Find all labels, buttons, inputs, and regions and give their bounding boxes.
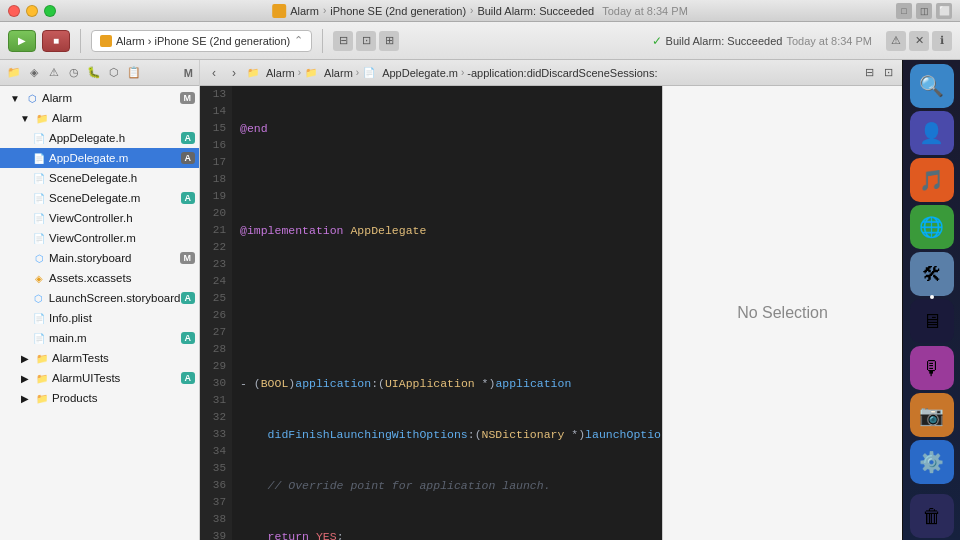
scheme-selector[interactable]: Alarm › iPhone SE (2nd generation) ⌃ [91,30,312,52]
main-area: 📁 ◈ ⚠ ◷ 🐛 ⬡ 📋 M ▼ ⬡ Alarm M ▼ 📁 Ala [0,60,960,540]
info-icon[interactable]: ℹ [932,31,952,51]
breadcrumb-file[interactable]: 📄 AppDelegate.m [362,66,458,80]
trash-dock-icon[interactable]: 🗑 [910,494,954,538]
file-icon-6: 📄 [32,231,46,245]
sidebar-item-appdelegate-m[interactable]: 📄 AppDelegate.m A [0,148,199,168]
scheme-chevron: ⌃ [294,34,303,47]
sidebar-item-main-m[interactable]: 📄 main.m A [0,328,199,348]
inspector-icon[interactable]: ⊞ [379,31,399,51]
title-sep1: › [323,5,326,16]
maximize-button[interactable] [44,5,56,17]
sidebar-report-icon[interactable]: 📋 [126,65,142,81]
line-numbers: 13 14 15 16 17 18 19 20 21 22 23 24 25 2… [200,86,232,540]
code-line-16 [240,273,654,290]
breadcrumb-alarm-2[interactable]: 📁 Alarm [304,66,353,80]
build-success-label: Build Alarm: Succeeded [666,35,783,47]
sidebar-item-alarm-group[interactable]: ▼ 📁 Alarm [0,108,199,128]
contacts-dock-icon[interactable]: 👤 [910,111,954,155]
finder-dock-icon[interactable]: 🔍 [910,64,954,108]
grid-btn[interactable]: ⊟ [862,65,877,80]
sidebar-debug-icon[interactable]: 🐛 [86,65,102,81]
badge-m-7: M [180,252,196,264]
chevron-right-icon: ▶ [18,351,32,365]
sidebar-item-assets[interactable]: ◈ Assets.xcassets [0,268,199,288]
file-label-5: ViewController.h [49,212,133,224]
code-line-18: - (BOOL)application:(UIApplication *)app… [240,375,654,392]
music-dock-icon[interactable]: 🎵 [910,158,954,202]
debug-icon[interactable]: ⊡ [356,31,376,51]
toolbar-right-icons: ⚠ ✕ ℹ [886,31,952,51]
breadcrumb-folder-icon-2: 📁 [304,66,318,80]
terminal-dock-icon[interactable]: 🖥 [910,299,954,343]
minimize-button[interactable] [26,5,38,17]
error-icon[interactable]: ✕ [909,31,929,51]
sidebar-item-alarm-root[interactable]: ▼ ⬡ Alarm M [0,88,199,108]
dock: 🔍 👤 🎵 🌐 🛠 🖥 🎙 📷 ⚙️ 🗑 [902,60,960,540]
breadcrumb-alarm[interactable]: 📁 Alarm [246,66,295,80]
sidebar-item-main-storyboard[interactable]: ⬡ Main.storyboard M [0,248,199,268]
warning-icon[interactable]: ⚠ [886,31,906,51]
back-button[interactable]: ‹ [206,65,222,81]
folder-icon-4: 📁 [35,391,49,405]
sidebar-folder-icon[interactable]: 📁 [6,65,22,81]
title-sep2: › [470,5,473,16]
timestamp: Today at 8:34 PM [602,5,688,17]
code-line-14 [240,171,654,188]
file-icon-1: 📄 [32,131,46,145]
settings-dock-icon[interactable]: ⚙️ [910,440,954,484]
file-icon-5: 📄 [32,211,46,225]
assets-icon: ◈ [32,271,46,285]
photos-dock-icon[interactable]: 📷 [910,393,954,437]
chevron-down-icon-2: ▼ [18,111,32,125]
safari-dock-icon[interactable]: 🌐 [910,205,954,249]
window-btn-1[interactable]: □ [896,3,912,19]
breadcrumb-label-4: -application:didDiscardSceneSessions: [467,67,657,79]
run-button[interactable]: ▶ [8,30,36,52]
file-icon-4: 📄 [32,191,46,205]
terminal-icon: 🖥 [922,310,942,333]
podcast-dock-icon[interactable]: 🎙 [910,346,954,390]
photos-icon: 📷 [919,403,944,427]
window-btn-3[interactable]: ⬜ [936,3,952,19]
stop-button[interactable]: ■ [42,30,70,52]
sidebar-warning-icon[interactable]: ⚠ [46,65,62,81]
build-status-title: Build Alarm: Succeeded [477,5,594,17]
code-content: @end @implementation AppDelegate - (BOOL… [232,86,662,540]
xcode-dock-icon[interactable]: 🛠 [910,252,954,296]
split-btn[interactable]: ⊡ [881,65,896,80]
sidebar-item-scenedelegate-h[interactable]: 📄 SceneDelegate.h [0,168,199,188]
file-icon-2: 📄 [32,151,46,165]
sidebar-item-info-plist[interactable]: 📄 Info.plist [0,308,199,328]
sidebar-item-viewcontroller-m[interactable]: 📄 ViewController.m [0,228,199,248]
window-btn-2[interactable]: ◫ [916,3,932,19]
badge-a-1: A [181,132,196,144]
sidebar-item-scenedelegate-m[interactable]: 📄 SceneDelegate.m A [0,188,199,208]
file-label-2: AppDelegate.m [49,152,128,164]
sidebar-breakpoint-icon[interactable]: ⬡ [106,65,122,81]
chevron-right-icon-3: ▶ [18,391,32,405]
sidebar-item-products[interactable]: ▶ 📁 Products [0,388,199,408]
file-label-9: LaunchScreen.storyboard [49,292,181,304]
sidebar-item-launchscreen[interactable]: ⬡ LaunchScreen.storyboard A [0,288,199,308]
code-line-17 [240,324,654,341]
project-name: Alarm [290,5,319,17]
sidebar-item-viewcontroller-h[interactable]: 📄 ViewController.h [0,208,199,228]
breadcrumb-file-icon: 📄 [362,66,376,80]
sidebar-toolbar: 📁 ◈ ⚠ ◷ 🐛 ⬡ 📋 M [0,60,199,86]
forward-button[interactable]: › [226,65,242,81]
file-label-6: ViewController.m [49,232,136,244]
chevron-down-icon: ▼ [8,91,22,105]
code-editor[interactable]: 13 14 15 16 17 18 19 20 21 22 23 24 25 2… [200,86,662,540]
alarmuitests-label: AlarmUITests [52,372,120,384]
sidebar-item-alarmmuitests[interactable]: ▶ 📁 AlarmUITests A [0,368,199,388]
sidebar-source-icon[interactable]: ◈ [26,65,42,81]
breadcrumb-method[interactable]: -application:didDiscardSceneSessions: [467,67,657,79]
sidebar-item-alarmtests[interactable]: ▶ 📁 AlarmTests [0,348,199,368]
sidebar-item-appdelegate-h[interactable]: 📄 AppDelegate.h A [0,128,199,148]
close-button[interactable] [8,5,20,17]
app-icon [272,4,286,18]
sidebar-test-icon[interactable]: ◷ [66,65,82,81]
products-label: Products [52,392,97,404]
navigator-icon[interactable]: ⊟ [333,31,353,51]
chevron-right-icon-2: ▶ [18,371,32,385]
